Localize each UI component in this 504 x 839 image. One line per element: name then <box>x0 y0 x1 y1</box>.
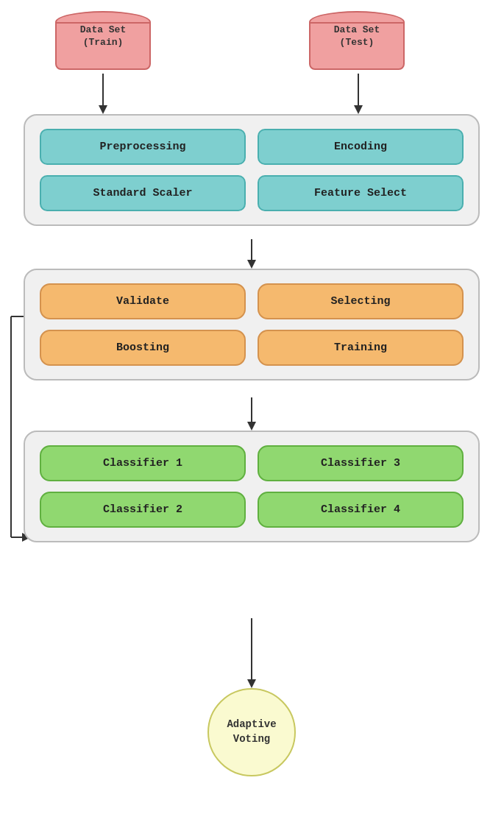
boosting-col-left: Validate Boosting <box>40 283 246 366</box>
classifier-1-box: Classifier 1 <box>40 445 246 481</box>
cylinder-train: Data Set (Train) <box>55 11 151 70</box>
flow-diagram: Data Set (Train) Data Set (Test) Preproc… <box>0 0 504 839</box>
validate-box: Validate <box>40 283 246 319</box>
svg-marker-1 <box>99 105 107 114</box>
classifier-4-box: Classifier 4 <box>258 492 464 528</box>
preprocessing-inner: Preprocessing Standard Scaler Encoding F… <box>40 129 464 211</box>
selecting-box: Selecting <box>258 283 464 319</box>
boosting-section: Validate Boosting Selecting Training <box>24 269 480 380</box>
training-box: Training <box>258 330 464 366</box>
svg-marker-3 <box>354 105 363 114</box>
preprocessing-section: Preprocessing Standard Scaler Encoding F… <box>24 114 480 226</box>
dataset-test: Data Set (Test) <box>309 11 405 70</box>
preprocessing-col-right: Encoding Feature Select <box>258 129 464 211</box>
boosting-inner: Validate Boosting Selecting Training <box>40 283 464 366</box>
adaptive-voting-label: Adaptive Voting <box>227 718 276 746</box>
preprocessing-col-left: Preprocessing Standard Scaler <box>40 129 246 211</box>
standard-scaler-box: Standard Scaler <box>40 175 246 211</box>
preprocessing-box: Preprocessing <box>40 129 246 165</box>
dataset-train: Data Set (Train) <box>55 11 151 70</box>
dataset-test-label: Data Set (Test) <box>309 24 405 49</box>
classifier-section: Classifier 1 Classifier 2 Classifier 3 C… <box>24 431 480 542</box>
classifier-3-box: Classifier 3 <box>258 445 464 481</box>
feature-select-box: Feature Select <box>258 175 464 211</box>
cylinder-test: Data Set (Test) <box>309 11 405 70</box>
adaptive-voting-circle: Adaptive Voting <box>207 688 296 776</box>
boosting-col-right: Selecting Training <box>258 283 464 366</box>
svg-marker-9 <box>247 679 256 688</box>
dataset-train-label: Data Set (Train) <box>55 24 151 49</box>
classifier-col-left: Classifier 1 Classifier 2 <box>40 445 246 528</box>
svg-marker-5 <box>247 260 256 269</box>
encoding-box: Encoding <box>258 129 464 165</box>
classifier-2-box: Classifier 2 <box>40 492 246 528</box>
svg-marker-7 <box>247 422 256 431</box>
boosting-box: Boosting <box>40 330 246 366</box>
classifier-inner: Classifier 1 Classifier 2 Classifier 3 C… <box>40 445 464 528</box>
classifier-col-right: Classifier 3 Classifier 4 <box>258 445 464 528</box>
